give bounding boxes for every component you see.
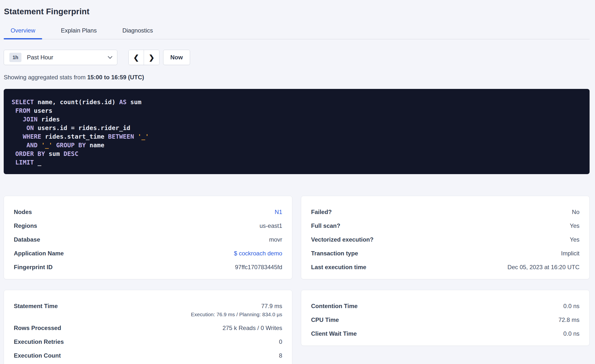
execution-count-label: Execution Count bbox=[14, 352, 61, 359]
overview-cards: Nodes N1 Regions us-east1 Database movr … bbox=[4, 196, 590, 364]
cpu-time-value: 72.8 ms bbox=[559, 317, 579, 323]
row-last-execution-time: Last execution time Dec 05, 2023 at 16:2… bbox=[311, 264, 579, 270]
execution-stats-card: Statement Time 77.9 ms Execution: 76.9 m… bbox=[4, 290, 292, 364]
tab-diagnostics[interactable]: Diagnostics bbox=[115, 27, 160, 39]
transaction-type-value: Implicit bbox=[561, 250, 579, 256]
row-contention-time: Contention Time 0.0 ns bbox=[311, 303, 579, 309]
regions-value: us-east1 bbox=[260, 223, 282, 229]
execution-retries-value: 0 bbox=[279, 339, 282, 345]
row-cpu-time: CPU Time 72.8 ms bbox=[311, 317, 579, 323]
client-wait-time-label: Client Wait Time bbox=[311, 331, 357, 337]
sql-code: SELECT name, count(rides.id) AS sum FROM… bbox=[12, 98, 582, 167]
row-database: Database movr bbox=[14, 236, 282, 243]
rows-processed-label: Rows Processed bbox=[14, 325, 61, 331]
failed-value: No bbox=[572, 209, 579, 215]
interval-badge: 1h bbox=[9, 53, 21, 62]
now-button[interactable]: Now bbox=[163, 50, 190, 65]
tab-overview[interactable]: Overview bbox=[4, 27, 42, 39]
row-client-wait-time: Client Wait Time 0.0 ns bbox=[311, 331, 579, 337]
transaction-type-label: Transaction type bbox=[311, 250, 358, 256]
vectorized-value: Yes bbox=[570, 236, 579, 243]
time-interval-dropdown[interactable]: 1h Past Hour bbox=[4, 50, 117, 65]
row-execution-count: Execution Count 8 bbox=[14, 352, 282, 359]
tab-overview-label: Overview bbox=[11, 27, 35, 34]
aggregated-stats-summary: Showing aggregated stats from 15:00 to 1… bbox=[4, 74, 590, 81]
rows-processed-value: 275 k Reads / 0 Writes bbox=[223, 325, 282, 331]
chevron-left-icon: ❮ bbox=[133, 53, 139, 62]
full-scan-label: Full scan? bbox=[311, 223, 340, 229]
tab-explain-plans-label: Explain Plans bbox=[61, 27, 97, 34]
row-regions: Regions us-east1 bbox=[14, 223, 282, 229]
contention-time-label: Contention Time bbox=[311, 303, 358, 309]
statement-time-main: 77.9 ms bbox=[191, 303, 282, 309]
statement-fingerprint-page: Statement Fingerprint Overview Explain P… bbox=[4, 7, 590, 364]
vectorized-label: Vectorized execution? bbox=[311, 236, 373, 243]
full-scan-value: Yes bbox=[570, 223, 579, 229]
nodes-value-link[interactable]: N1 bbox=[275, 209, 282, 215]
statement-time-breakdown: Execution: 76.9 ms / Planning: 834.0 µs bbox=[191, 312, 282, 317]
chevron-down-icon bbox=[108, 54, 112, 59]
page-title: Statement Fingerprint bbox=[4, 7, 590, 16]
previous-interval-button[interactable]: ❮ bbox=[129, 50, 144, 65]
cpu-time-label: CPU Time bbox=[311, 317, 339, 323]
interval-label: Past Hour bbox=[27, 54, 53, 61]
database-value: movr bbox=[269, 236, 282, 243]
regions-label: Regions bbox=[14, 223, 37, 229]
database-label: Database bbox=[14, 236, 40, 243]
row-fingerprint-id: Fingerprint ID 97ffc170783445fd bbox=[14, 264, 282, 270]
summary-time-range: 15:00 to 16:59 (UTC) bbox=[87, 74, 144, 81]
client-wait-time-value: 0.0 ns bbox=[563, 331, 579, 337]
row-full-scan: Full scan? Yes bbox=[311, 223, 579, 229]
application-name-value-link[interactable]: $ cockroach demo bbox=[234, 250, 282, 256]
tab-explain-plans[interactable]: Explain Plans bbox=[54, 27, 104, 39]
fingerprint-id-value: 97ffc170783445fd bbox=[235, 264, 282, 270]
timing-card: Contention Time 0.0 ns CPU Time 72.8 ms … bbox=[301, 290, 590, 346]
tab-diagnostics-label: Diagnostics bbox=[122, 27, 153, 34]
failed-label: Failed? bbox=[311, 209, 332, 215]
row-application-name: Application Name $ cockroach demo bbox=[14, 250, 282, 256]
nodes-label: Nodes bbox=[14, 209, 32, 215]
row-execution-retries: Execution Retries 0 bbox=[14, 339, 282, 345]
statement-time-value: 77.9 ms Execution: 76.9 ms / Planning: 8… bbox=[191, 303, 282, 317]
tab-bar: Overview Explain Plans Diagnostics bbox=[4, 27, 590, 39]
last-execution-time-value: Dec 05, 2023 at 16:20 UTC bbox=[508, 264, 579, 270]
fingerprint-id-label: Fingerprint ID bbox=[14, 264, 52, 270]
next-interval-button[interactable]: ❯ bbox=[144, 50, 159, 65]
sql-statement-box: SELECT name, count(rides.id) AS sum FROM… bbox=[4, 89, 590, 174]
row-rows-processed: Rows Processed 275 k Reads / 0 Writes bbox=[14, 325, 282, 331]
row-statement-time: Statement Time 77.9 ms Execution: 76.9 m… bbox=[14, 303, 282, 317]
statement-details-card: Nodes N1 Regions us-east1 Database movr … bbox=[4, 196, 292, 279]
execution-count-value: 8 bbox=[279, 352, 282, 359]
statement-time-label: Statement Time bbox=[14, 303, 58, 309]
summary-prefix: Showing aggregated stats from bbox=[4, 74, 86, 81]
row-nodes: Nodes N1 bbox=[14, 209, 282, 215]
time-toolbar: 1h Past Hour ❮ ❯ Now bbox=[4, 50, 590, 65]
time-step-button-group: ❮ ❯ bbox=[128, 50, 159, 65]
execution-retries-label: Execution Retries bbox=[14, 339, 64, 345]
execution-attributes-card: Failed? No Full scan? Yes Vectorized exe… bbox=[301, 196, 590, 279]
last-execution-time-label: Last execution time bbox=[311, 264, 366, 270]
row-transaction-type: Transaction type Implicit bbox=[311, 250, 579, 256]
contention-time-value: 0.0 ns bbox=[563, 303, 579, 309]
application-name-label: Application Name bbox=[14, 250, 64, 256]
chevron-right-icon: ❯ bbox=[149, 53, 154, 62]
row-failed: Failed? No bbox=[311, 209, 579, 215]
row-vectorized: Vectorized execution? Yes bbox=[311, 236, 579, 243]
